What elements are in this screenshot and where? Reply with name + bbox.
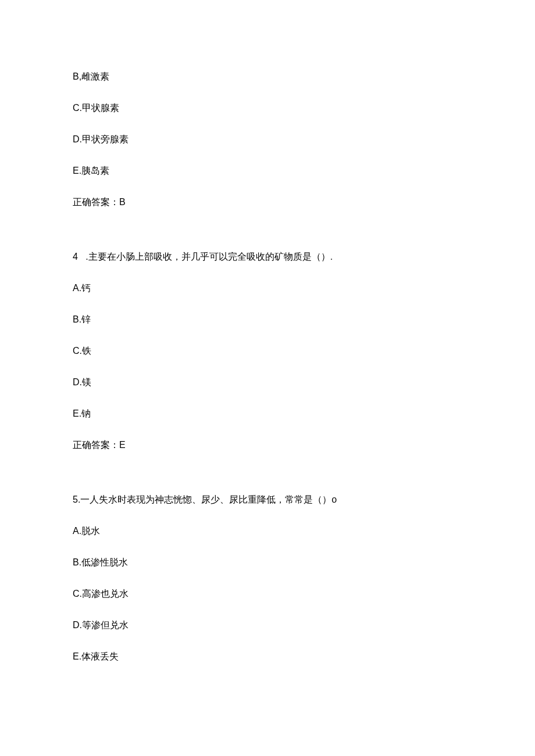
q4-option-e: E.钠 [73,407,462,421]
q3-option-b: B,雌激素 [73,70,462,84]
q4-option-c: C.铁 [73,344,462,358]
q4-number: 4 [73,252,78,261]
q5-option-d: D.等渗但兑水 [73,618,462,632]
q3-option-d: D.甲状旁腺素 [73,132,462,146]
q3-option-e: E.胰岛素 [73,164,462,178]
q5-option-a: A.脱水 [73,524,462,538]
q4-answer: 正确答案：E [73,438,462,452]
q4-option-d: D.镁 [73,375,462,389]
q5-option-c: C.高渗也兑水 [73,587,462,601]
q4-option-b: B.锌 [73,313,462,327]
q3-option-c: C.甲状腺素 [73,101,462,115]
q4-stem-text: .主要在小肠上部吸收，并几乎可以完全吸收的矿物质是（）. [85,252,333,261]
q5-option-b: B.低渗性脱水 [73,556,462,569]
q4-option-a: A.钙 [73,281,462,295]
q4-stem: 4 .主要在小肠上部吸收，并几乎可以完全吸收的矿物质是（）. [73,250,462,264]
q5-stem: 5.一人失水时表现为神志恍惚、尿少、尿比重降低，常常是（）o [73,493,462,507]
q3-answer: 正确答案：B [73,195,462,209]
q5-option-e: E.体液丢失 [73,650,462,664]
